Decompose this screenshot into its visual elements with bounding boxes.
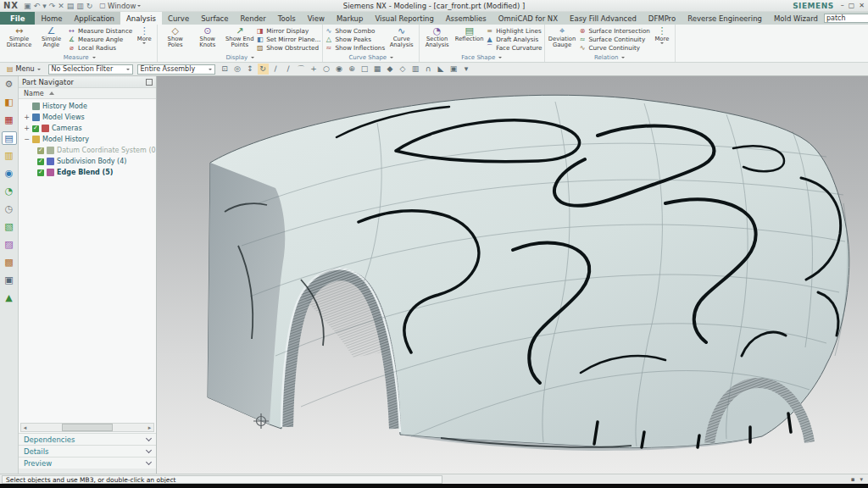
status-caret-icon[interactable]: ▾ bbox=[860, 476, 863, 483]
unite-icon[interactable]: ◆ bbox=[385, 64, 396, 75]
close-button[interactable]: ✕ bbox=[859, 2, 865, 9]
horizontal-scrollbar[interactable]: ◂ ▸ bbox=[20, 423, 154, 432]
check-icon[interactable] bbox=[37, 147, 44, 154]
tab-render[interactable]: Render bbox=[235, 12, 272, 25]
cut-icon[interactable]: ✕ bbox=[58, 2, 64, 10]
show-end-points-button[interactable]: ↗ Show End Points bbox=[224, 25, 255, 53]
measure-distance-button[interactable]: ↔Measure Distance bbox=[68, 27, 132, 35]
touch-mode-icon[interactable]: ▩ bbox=[2, 256, 17, 269]
draft-analysis-button[interactable]: ▲Draft Analysis bbox=[486, 36, 542, 43]
fit-view-icon[interactable]: ⊡ bbox=[220, 64, 231, 75]
measure-group-label[interactable]: Measure bbox=[3, 53, 155, 62]
restore-button[interactable]: ▢ bbox=[849, 2, 855, 9]
car-body-surface[interactable] bbox=[208, 95, 849, 447]
tab-visual-reporting[interactable]: Visual Reporting bbox=[369, 12, 439, 25]
more-tools-caret-icon[interactable]: ▾ bbox=[461, 64, 472, 75]
pattern-icon[interactable]: ▥ bbox=[410, 64, 421, 75]
tab-analysis[interactable]: Analysis bbox=[120, 12, 162, 25]
reuse-library-icon[interactable]: ▥ bbox=[2, 149, 17, 163]
show-combo-button[interactable]: ∿Show Combo bbox=[325, 27, 385, 35]
simple-angle-button[interactable]: ∠ Simple Angle bbox=[36, 25, 67, 53]
paste-icon[interactable]: ▥ bbox=[76, 2, 84, 10]
details-section[interactable]: Details bbox=[19, 445, 156, 457]
line-icon[interactable]: ∕ bbox=[283, 64, 294, 75]
check-icon[interactable] bbox=[32, 125, 39, 132]
tab-markup[interactable]: Markup bbox=[331, 12, 369, 25]
tab-easy-fill[interactable]: Easy Fill Advanced bbox=[564, 12, 643, 25]
repeat-command-icon[interactable]: ↻ bbox=[86, 2, 93, 10]
assembly-navigator-icon[interactable]: ◧ bbox=[2, 96, 17, 109]
roles-icon[interactable]: ▨ bbox=[2, 238, 17, 252]
face-curvature-button[interactable]: ⌒Face Curvature bbox=[486, 44, 542, 52]
tree-item-subdivision-body[interactable]: Subdivision Body (4) bbox=[19, 156, 156, 167]
hd3d-tools-icon[interactable]: ◉ bbox=[2, 167, 17, 180]
tree-item-model-views[interactable]: + Model Views bbox=[19, 112, 156, 123]
scrollbar-thumb[interactable] bbox=[62, 424, 114, 431]
tree-item-edge-blend[interactable]: Edge Blend (5) bbox=[19, 167, 156, 178]
simple-distance-button[interactable]: ↔ Simple Distance bbox=[3, 25, 35, 53]
extrude-icon[interactable]: ▦ bbox=[372, 64, 383, 75]
arc-icon[interactable]: ⌒ bbox=[296, 64, 307, 75]
relation-more-button[interactable]: ⋮ More bbox=[651, 25, 673, 53]
save-icon[interactable]: ▣ bbox=[24, 2, 31, 10]
menu-button[interactable]: ▤ Menu bbox=[3, 64, 44, 74]
show-peaks-button[interactable]: △Show Peaks bbox=[325, 36, 385, 43]
tab-home[interactable]: Home bbox=[35, 12, 68, 25]
selection-filter-dropdown[interactable]: No Selection Filter bbox=[48, 64, 133, 75]
tree-item-cameras[interactable]: + Cameras bbox=[19, 123, 156, 134]
zoom-icon[interactable]: ◎ bbox=[232, 64, 243, 75]
search-input[interactable] bbox=[825, 14, 868, 22]
scroll-left-icon[interactable]: ◂ bbox=[21, 424, 29, 431]
show-knots-button[interactable]: ⊙ Show Knots bbox=[192, 25, 223, 53]
surface-intersection-button[interactable]: ⊗Surface Intersection bbox=[579, 27, 650, 35]
tab-surface[interactable]: Surface bbox=[195, 12, 234, 25]
image-capture-icon[interactable]: ▣ bbox=[2, 274, 17, 287]
tab-file[interactable]: File bbox=[0, 12, 35, 25]
display-group-label[interactable]: Display bbox=[159, 53, 320, 62]
section-analysis-button[interactable]: ◔ Section Analysis bbox=[421, 25, 453, 53]
dock-icon[interactable]: ▪ bbox=[851, 476, 855, 483]
window-menu-button[interactable]: ▢ Window bbox=[99, 2, 141, 10]
mirror-display-button[interactable]: ◨Mirror Display bbox=[256, 27, 320, 35]
tab-curve[interactable]: Curve bbox=[162, 12, 195, 25]
snap-point-icon[interactable]: ⊕ bbox=[347, 64, 358, 75]
snap-circle-icon[interactable]: ○ bbox=[321, 64, 332, 75]
tab-application[interactable]: Application bbox=[69, 12, 121, 25]
tab-tools[interactable]: Tools bbox=[272, 12, 302, 25]
tab-reverse-engineering[interactable]: Reverse Engineering bbox=[682, 12, 768, 25]
shell-icon[interactable]: ◇ bbox=[398, 64, 409, 75]
palette-icon[interactable]: ▧ bbox=[2, 220, 17, 234]
constraint-navigator-icon[interactable]: ▦ bbox=[2, 114, 17, 127]
tab-omnicad[interactable]: OmniCAD for NX bbox=[492, 12, 564, 25]
chamfer-icon[interactable]: ◣ bbox=[436, 64, 447, 75]
measure-angle-button[interactable]: ∡Measure Angle bbox=[68, 36, 132, 43]
undo-icon[interactable]: ↶ bbox=[34, 2, 41, 10]
trim-icon[interactable]: ∕ bbox=[270, 64, 281, 75]
highlight-lines-button[interactable]: ≡Highlight Lines bbox=[486, 27, 542, 35]
measure-more-button[interactable]: ⋮ More bbox=[133, 25, 155, 53]
show-inflections-button[interactable]: ≈Show Inflections bbox=[325, 44, 385, 52]
system-scenes-icon[interactable]: ▲ bbox=[2, 291, 17, 305]
gear-icon[interactable]: ⚙ bbox=[2, 78, 17, 92]
tab-view[interactable]: View bbox=[302, 12, 331, 25]
snap-center-icon[interactable]: ◉ bbox=[334, 64, 345, 75]
car-body-model[interactable] bbox=[157, 76, 868, 474]
show-poles-button[interactable]: ◇ Show Poles bbox=[159, 25, 191, 53]
curve-shape-group-label[interactable]: Curve Shape bbox=[325, 53, 417, 62]
relation-group-label[interactable]: Relation bbox=[547, 53, 673, 62]
sketch-icon[interactable]: □ bbox=[359, 64, 370, 75]
reflection-button[interactable]: ▤ Reflection bbox=[453, 25, 485, 53]
tree-item-history-mode[interactable]: History Mode bbox=[19, 101, 156, 112]
scroll-right-icon[interactable]: ▸ bbox=[146, 424, 153, 431]
local-radius-button[interactable]: ⌀Local Radius bbox=[68, 44, 132, 52]
preview-section[interactable]: Preview bbox=[19, 457, 156, 469]
pin-icon[interactable] bbox=[146, 79, 153, 86]
name-column-header[interactable]: Name bbox=[19, 88, 156, 99]
redo-icon[interactable]: ↷ bbox=[49, 2, 56, 10]
pan-icon[interactable]: ↕ bbox=[245, 64, 256, 75]
check-icon[interactable] bbox=[37, 169, 44, 176]
blend-icon[interactable]: ∩ bbox=[423, 64, 434, 75]
tree-item-model-history[interactable]: − Model History bbox=[19, 134, 156, 145]
minimize-button[interactable]: – bbox=[841, 2, 844, 9]
dependencies-section[interactable]: Dependencies bbox=[19, 433, 156, 445]
